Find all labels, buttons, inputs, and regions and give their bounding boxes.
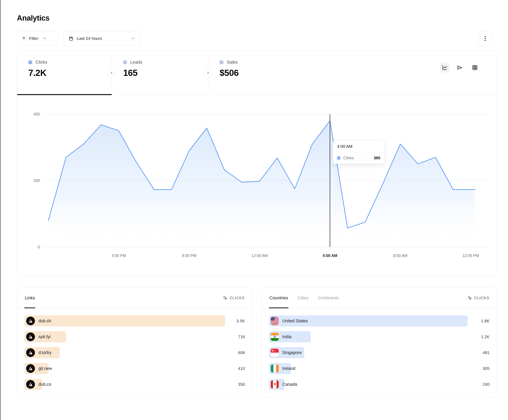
links-panel: Links CLICKS dub.sh3.5Kspti.fyi716d.to/t… [17, 288, 252, 398]
kebab-menu-icon [483, 36, 488, 41]
dub-logo-icon [26, 333, 35, 341]
link-row[interactable]: git.new410 [24, 363, 245, 374]
clicks-area-chart[interactable]: 02004004:00 PM8:00 PM12:00 AM4:00 AM8:00… [17, 95, 497, 276]
row-label: spti.fyi [38, 334, 51, 339]
link-row[interactable]: d.to/try606 [24, 347, 245, 358]
chart-view-switcher [440, 63, 480, 72]
stat-label-clicks: Clicks [36, 60, 47, 65]
country-row[interactable]: India1.2K [269, 331, 490, 342]
countries-panel-header: Countries Cities Continents CLICKS [262, 288, 497, 308]
row-count: 410 [238, 366, 245, 371]
flag-ie-icon [271, 364, 279, 372]
cursor-click-icon [223, 296, 228, 300]
link-row[interactable]: dub.co350 [24, 379, 245, 390]
row-count: 350 [238, 382, 245, 387]
more-options-button[interactable] [479, 31, 492, 46]
svg-text:400: 400 [33, 112, 40, 116]
tooltip-series-value: 380 [374, 156, 380, 160]
chevron-right-icon [110, 71, 114, 75]
value-bar [24, 315, 225, 326]
links-list: dub.sh3.5Kspti.fyi716d.to/try606git.new4… [17, 308, 252, 390]
countries-list: United States1.8KIndia1.2KSingapore481Ir… [262, 308, 497, 390]
row-label: Singapore [282, 350, 302, 355]
countries-metric-header[interactable]: CLICKS [467, 288, 489, 308]
tooltip-legend-swatch [337, 156, 340, 160]
chevron-down-icon [42, 36, 47, 40]
svg-text:8:00 PM: 8:00 PM [182, 253, 196, 258]
leads-legend-swatch [123, 60, 127, 64]
table-grid-icon [472, 65, 478, 71]
tab-sales[interactable]: Sales $506 [208, 51, 497, 95]
stats-tabs-row: Clicks 7.2K Leads 165 Sales $506 [17, 51, 497, 95]
date-range-label: Last 24 hours [77, 36, 102, 41]
calendar-icon [68, 36, 74, 41]
date-range-button[interactable]: Last 24 hours [63, 31, 140, 46]
dub-logo-icon [26, 364, 35, 373]
line-chart-view-button[interactable] [440, 63, 449, 72]
breakdown-panels: Links CLICKS dub.sh3.5Kspti.fyi716d.to/t… [17, 288, 497, 398]
tab-continents[interactable]: Continents [318, 288, 339, 308]
row-count: 606 [238, 350, 245, 355]
table-view-button[interactable] [470, 63, 480, 72]
svg-text:4:00 PM: 4:00 PM [112, 253, 126, 258]
analytics-page: Analytics Filter Last 24 hours [17, 0, 497, 398]
flag-sg-icon [271, 349, 279, 357]
country-row[interactable]: United States1.8K [269, 315, 490, 326]
row-count: 3.5K [236, 319, 245, 323]
country-row[interactable]: Ireland305 [269, 363, 490, 374]
row-label: dub.sh [38, 319, 51, 324]
links-panel-header: Links CLICKS [17, 288, 252, 308]
chevron-down-icon [131, 36, 135, 40]
links-metric-header[interactable]: CLICKS [223, 288, 245, 308]
tooltip-series-label: Clicks [343, 156, 354, 160]
svg-text:12:00 PM: 12:00 PM [462, 253, 479, 258]
sales-legend-swatch [220, 60, 223, 64]
row-count: 716 [238, 334, 245, 339]
row-label: d.to/try [38, 350, 52, 355]
svg-text:12:00 AM: 12:00 AM [251, 253, 268, 258]
stat-label-sales: Sales [227, 60, 238, 65]
tab-clicks[interactable]: Clicks 7.2K [17, 51, 112, 95]
row-label: Ireland [282, 366, 295, 371]
chevron-right-icon [206, 71, 210, 75]
filter-button-label: Filter [29, 36, 38, 41]
expand-sales-button[interactable] [204, 69, 212, 77]
row-count: 305 [483, 366, 490, 371]
stat-label-leads: Leads [130, 60, 142, 65]
tab-cities[interactable]: Cities [297, 288, 309, 308]
dub-logo-icon [26, 348, 35, 357]
clicks-chart-region[interactable]: 02004004:00 PM8:00 PM12:00 AM4:00 AM8:00… [17, 95, 497, 276]
tooltip-time: 4:00 AM [333, 141, 384, 152]
line-chart-icon [442, 65, 448, 71]
svg-text:0: 0 [38, 245, 40, 249]
svg-text:8:00 AM: 8:00 AM [393, 253, 407, 258]
stat-value-clicks: 7.2K [28, 68, 112, 78]
flag-ca-icon [271, 380, 279, 388]
tab-countries[interactable]: Countries [269, 288, 288, 308]
cursor-click-icon [467, 296, 472, 300]
tab-leads[interactable]: Leads 165 [112, 51, 208, 95]
funnel-chart-view-button[interactable] [455, 63, 464, 72]
filter-lines-icon [22, 36, 26, 41]
chart-tooltip: 4:00 AM Clicks 380 [333, 140, 385, 164]
tab-links[interactable]: Links [24, 288, 35, 308]
dub-logo-icon [26, 317, 35, 325]
expand-leads-button[interactable] [107, 69, 116, 77]
dub-logo-icon [26, 380, 35, 389]
filter-button[interactable]: Filter [17, 31, 58, 46]
countries-metric-label: CLICKS [474, 296, 489, 300]
link-row[interactable]: spti.fyi716 [24, 331, 245, 342]
row-label: United States [282, 319, 308, 324]
row-count: 481 [483, 350, 490, 355]
svg-text:200: 200 [33, 178, 40, 183]
stat-value-leads: 165 [123, 68, 208, 78]
link-row[interactable]: dub.sh3.5K [24, 315, 245, 326]
country-row[interactable]: Singapore481 [269, 347, 490, 358]
country-row[interactable]: Canada240 [269, 379, 490, 390]
row-label: git.new [38, 366, 52, 371]
toolbar: Filter Last 24 hours [17, 31, 497, 46]
row-label: dub.co [38, 382, 51, 387]
row-count: 1.2K [481, 334, 490, 339]
row-count: 1.8K [481, 319, 490, 323]
flag-in-icon [271, 333, 279, 341]
